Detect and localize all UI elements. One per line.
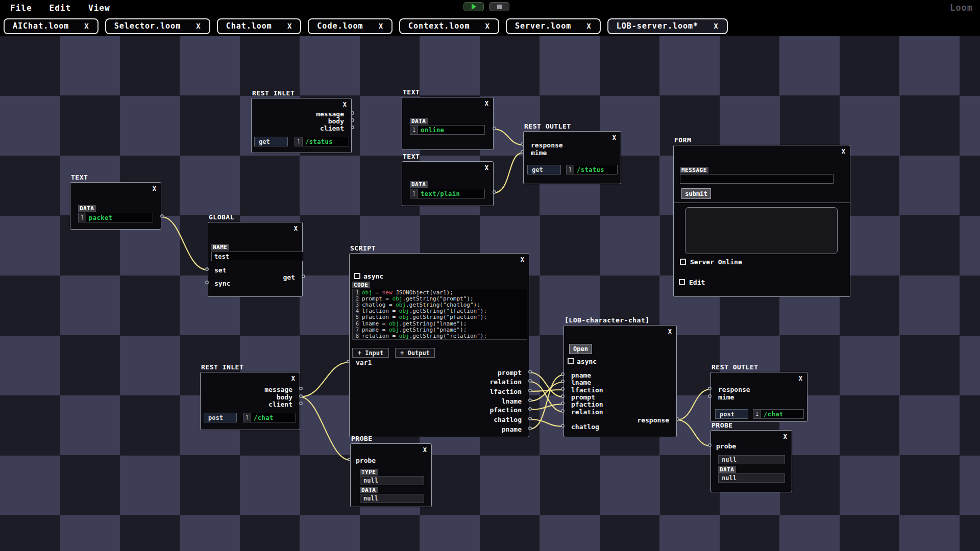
close-icon[interactable]: X [287, 22, 292, 30]
method-button[interactable]: get [527, 165, 561, 174]
close-icon[interactable]: X [521, 256, 524, 263]
output-port-chatlog[interactable] [528, 417, 532, 420]
close-icon[interactable]: X [423, 446, 427, 454]
route-field[interactable]: 1 /status [566, 165, 618, 174]
close-icon[interactable]: X [84, 22, 89, 30]
play-button[interactable] [463, 2, 484, 11]
close-icon[interactable]: X [612, 134, 616, 141]
output-port-client[interactable] [299, 402, 303, 405]
async-checkbox[interactable] [354, 273, 360, 279]
async-checkbox[interactable] [568, 358, 574, 364]
form-output-area[interactable] [685, 207, 838, 254]
method-button[interactable]: get [254, 137, 288, 146]
node-global[interactable]: GLOBAL X NAME test set sync get [208, 222, 303, 297]
type-field[interactable]: null [360, 476, 424, 485]
node-text-online[interactable]: TEXT X DATA 1 online [402, 97, 494, 150]
node-form[interactable]: FORM X MESSAGE submit Server Online Edit [673, 145, 850, 297]
menu-edit[interactable]: Edit [50, 3, 71, 13]
output-port-body[interactable] [351, 118, 354, 122]
output-port-body[interactable] [299, 394, 303, 398]
open-button[interactable]: Open [569, 344, 592, 354]
close-icon[interactable]: X [842, 148, 845, 155]
output-port-response[interactable] [676, 417, 679, 421]
node-rest-inlet-status[interactable]: REST INLET X message body client get 1 /… [251, 98, 352, 153]
input-port-var1[interactable] [347, 360, 350, 363]
input-port-set[interactable] [205, 267, 209, 271]
output-port-get[interactable] [302, 274, 305, 278]
close-icon[interactable]: X [799, 375, 802, 382]
node-probe-right[interactable]: PROBE X probe null DATA null [710, 430, 792, 492]
node-rest-inlet-chat[interactable]: REST INLET X message body client post 1 … [200, 372, 300, 430]
input-port-sync[interactable] [205, 281, 209, 284]
data-field[interactable]: 1 online [410, 125, 485, 135]
close-icon[interactable]: X [379, 22, 383, 30]
output-port-relation[interactable] [528, 379, 532, 383]
input-port-response[interactable] [521, 142, 524, 146]
close-icon[interactable]: X [586, 22, 591, 30]
close-icon[interactable]: X [294, 225, 298, 232]
message-input[interactable] [680, 174, 834, 184]
add-input-button[interactable]: + Input [352, 348, 389, 358]
input-port-lfaction[interactable] [561, 387, 565, 391]
edit-checkbox[interactable] [679, 279, 685, 285]
type-field[interactable]: null [718, 455, 785, 464]
output-port-pfaction[interactable] [528, 407, 532, 411]
node-rest-outlet-chat[interactable]: REST OUTLET X response mime post 1 /chat [710, 372, 807, 422]
output-port-client[interactable] [351, 126, 354, 129]
stop-button[interactable] [489, 2, 509, 11]
method-button[interactable]: post [715, 409, 748, 419]
input-port-mime[interactable] [708, 394, 712, 398]
close-icon[interactable]: X [668, 328, 672, 335]
route-field[interactable]: 1 /chat [243, 413, 296, 422]
tab-selector[interactable]: Selector.loomX [105, 18, 210, 34]
data-field[interactable]: 1 packet [78, 213, 153, 222]
input-port-relation[interactable] [561, 409, 565, 413]
input-port-mime[interactable] [521, 150, 524, 154]
data-field[interactable]: null [718, 473, 785, 483]
output-port-lfaction[interactable] [528, 389, 532, 392]
tab-context[interactable]: Context.loomX [399, 18, 499, 34]
node-probe-left[interactable]: PROBE X probe TYPE null DATA null [350, 443, 432, 507]
menu-file[interactable]: File [10, 3, 32, 13]
close-icon[interactable]: X [783, 433, 787, 440]
route-field[interactable]: 1 /chat [753, 409, 804, 419]
node-rest-outlet-status[interactable]: REST OUTLET X response mime get 1 /statu… [523, 131, 621, 184]
data-field[interactable]: 1 text/plain [410, 189, 485, 198]
close-icon[interactable]: X [196, 22, 201, 30]
route-field[interactable]: 1 /status [295, 137, 349, 146]
input-port-pname[interactable] [561, 372, 565, 376]
add-output-button[interactable]: + Output [395, 348, 435, 358]
output-port-data[interactable] [493, 190, 496, 194]
output-port-data[interactable] [160, 214, 164, 218]
output-port-data[interactable] [493, 127, 496, 130]
server-online-checkbox[interactable] [680, 259, 686, 265]
close-icon[interactable]: X [153, 185, 156, 192]
submit-button[interactable]: submit [681, 188, 711, 199]
close-icon[interactable]: X [291, 375, 295, 382]
output-port-prompt[interactable] [528, 370, 532, 373]
tab-lob-server-active[interactable]: LOB-server.loom*X [607, 18, 728, 34]
output-port-lname[interactable] [528, 398, 532, 402]
close-icon[interactable]: X [485, 100, 488, 107]
output-port-message[interactable] [299, 387, 303, 390]
input-port-chatlog[interactable] [561, 424, 565, 428]
tab-code[interactable]: Code.loomX [308, 18, 393, 34]
input-port-response[interactable] [708, 387, 712, 390]
output-port-pname[interactable] [528, 427, 532, 430]
close-icon[interactable]: X [343, 101, 347, 108]
node-lob-character-chat[interactable]: [LOB-character-chat] X Open async pname … [564, 325, 677, 437]
name-field[interactable]: test [211, 252, 303, 261]
method-button[interactable]: post [204, 413, 237, 422]
code-editor[interactable]: 1obj = new JSONObject(var1); 2prompt = o… [352, 289, 527, 340]
output-port-message[interactable] [351, 111, 354, 115]
close-icon[interactable]: X [485, 22, 489, 30]
input-port-lname[interactable] [561, 380, 565, 383]
tab-aichat[interactable]: AIChat.loomX [4, 18, 99, 34]
input-port-prompt[interactable] [561, 394, 565, 398]
node-script[interactable]: SCRIPT X async CODE 1obj = new JSONObjec… [349, 253, 529, 437]
menu-view[interactable]: View [88, 3, 110, 13]
close-icon[interactable]: X [485, 164, 488, 171]
tab-chat[interactable]: Chat.loomX [217, 18, 302, 34]
tab-server[interactable]: Server.loomX [506, 18, 601, 34]
data-field[interactable]: null [360, 494, 424, 503]
